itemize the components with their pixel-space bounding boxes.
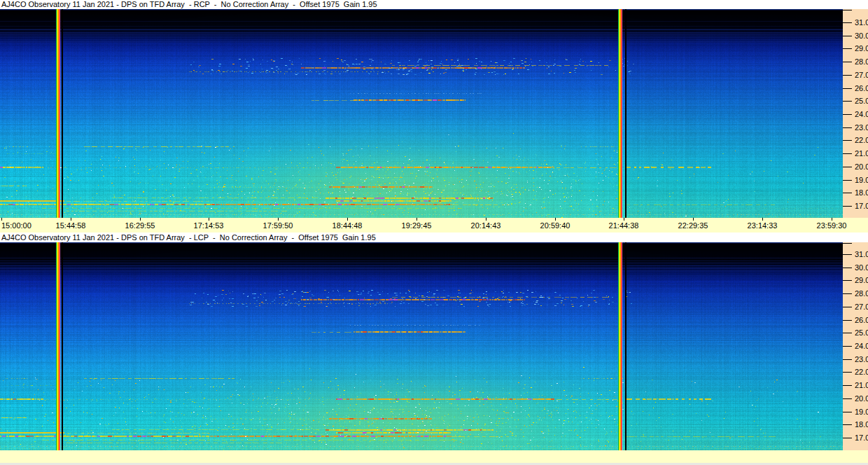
- freq-tick: [843, 48, 852, 49]
- time-tick: [347, 218, 348, 221]
- freq-tick: [843, 372, 852, 373]
- freq-tick-label: 19.0: [855, 408, 868, 416]
- time-tick-label: 18:44:48: [332, 221, 363, 230]
- freq-tick-label: 20.0: [855, 394, 868, 403]
- freq-tick: [843, 22, 852, 23]
- time-tick: [71, 218, 71, 221]
- freq-tick-label: 28.0: [855, 57, 868, 66]
- time-tick-label: 21:44:38: [609, 221, 639, 230]
- panel-rcp: AJ4CO Observatory 11 Jan 2021 - DPS on T…: [0, 0, 868, 218]
- freq-tick: [843, 268, 852, 268]
- freq-tick: [843, 10, 852, 11]
- time-tick: [416, 218, 417, 221]
- freq-tick: [843, 346, 852, 347]
- freq-tick-label: 18.0: [855, 420, 868, 429]
- time-tick: [486, 218, 486, 221]
- freq-tick: [843, 398, 852, 399]
- freq-tick-label: 26.0: [855, 316, 868, 324]
- freq-tick-label: 19.0: [855, 176, 868, 184]
- freq-tick: [843, 333, 852, 333]
- freq-tick-label: 29.0: [855, 44, 868, 53]
- freq-tick: [843, 206, 852, 207]
- panel-lcp-title: AJ4CO Observatory 11 Jan 2021 - DPS on T…: [0, 233, 868, 242]
- time-tick: [1, 218, 2, 221]
- freq-tick: [843, 36, 852, 36]
- time-tick: [693, 218, 694, 221]
- freq-tick: [843, 180, 852, 181]
- freq-tick: [843, 243, 852, 244]
- time-tick-label: 19:29:45: [402, 221, 432, 230]
- spectrogram-rcp[interactable]: [0, 9, 843, 218]
- freq-tick-label: 25.0: [855, 97, 868, 105]
- freq-tick-label: 20.0: [855, 162, 868, 171]
- freq-tick-label: 27.0: [855, 303, 868, 311]
- freq-tick-label: 23.0: [855, 123, 868, 132]
- time-tick-label: 23:59:30: [817, 221, 847, 230]
- time-tick: [832, 218, 832, 221]
- freq-tick: [843, 101, 852, 102]
- time-tick-label: 17:14:53: [194, 221, 224, 230]
- freq-tick: [843, 140, 852, 141]
- spectrograph-app: AJ4CO Observatory 11 Jan 2021 - DPS on T…: [0, 0, 868, 465]
- time-tick-label: 22:29:35: [678, 221, 708, 230]
- freq-tick: [843, 114, 852, 115]
- freq-tick: [843, 193, 852, 193]
- freq-tick-label: 26.0: [855, 84, 868, 92]
- time-tick: [140, 218, 141, 221]
- freq-tick: [843, 280, 852, 281]
- freq-tick-label: 29.0: [855, 276, 868, 284]
- panel-lcp-plot-row: 31.030.029.028.027.026.025.024.023.022.0…: [0, 242, 868, 450]
- freq-tick-label: 17.0: [855, 433, 868, 442]
- freq-tick-label: 30.0: [855, 32, 868, 40]
- time-axis: 15:00:0015:44:5816:29:5517:14:5317:59:50…: [0, 218, 868, 233]
- time-tick-label: 17:59:50: [263, 221, 293, 230]
- freq-tick-label: 24.0: [855, 342, 868, 350]
- freq-tick-label: 25.0: [855, 328, 868, 337]
- freq-tick: [843, 438, 852, 438]
- freq-tick: [843, 385, 852, 386]
- freq-tick-label: 31.0: [855, 250, 868, 258]
- panel-lcp: AJ4CO Observatory 11 Jan 2021 - DPS on T…: [0, 233, 868, 450]
- freq-tick: [843, 424, 852, 425]
- frequency-axis-lcp: 31.030.029.028.027.026.025.024.023.022.0…: [843, 242, 868, 450]
- time-tick-label: 16:29:55: [125, 221, 155, 230]
- freq-tick: [843, 153, 852, 154]
- panel-rcp-title: AJ4CO Observatory 11 Jan 2021 - DPS on T…: [0, 0, 868, 9]
- freq-tick: [843, 75, 852, 76]
- freq-tick-label: 21.0: [855, 381, 868, 389]
- freq-tick-label: 31.0: [855, 18, 868, 27]
- freq-tick: [843, 254, 852, 255]
- freq-tick: [843, 307, 852, 307]
- spectrogram-lcp[interactable]: [0, 242, 843, 450]
- freq-tick: [843, 412, 852, 412]
- freq-tick: [843, 167, 852, 167]
- time-tick-label: 15:00:00: [1, 221, 31, 230]
- freq-tick: [843, 127, 852, 128]
- freq-tick-label: 17.0: [855, 202, 868, 210]
- time-tick: [762, 218, 763, 221]
- freq-tick: [843, 88, 852, 89]
- freq-tick-label: 21.0: [855, 149, 868, 158]
- time-tick-label: 15:44:58: [56, 221, 86, 230]
- panel-rcp-plot-row: 31.030.029.028.027.026.025.024.023.022.0…: [0, 9, 868, 218]
- time-tick: [624, 218, 624, 221]
- time-tick: [555, 218, 556, 221]
- time-tick: [209, 218, 209, 221]
- bottom-strip: [0, 450, 868, 465]
- freq-tick: [843, 359, 852, 360]
- freq-tick-label: 22.0: [855, 368, 868, 376]
- freq-tick-label: 24.0: [855, 110, 868, 118]
- freq-tick-label: 22.0: [855, 136, 868, 144]
- freq-tick: [843, 62, 852, 62]
- freq-tick-label: 28.0: [855, 289, 868, 298]
- freq-tick: [843, 293, 852, 294]
- freq-tick-label: 27.0: [855, 71, 868, 79]
- freq-tick-label: 18.0: [855, 188, 868, 197]
- freq-tick-label: 30.0: [855, 263, 868, 272]
- time-tick-label: 20:59:40: [540, 221, 570, 230]
- time-tick-label: 20:14:43: [471, 221, 501, 230]
- freq-tick-label: 23.0: [855, 355, 868, 363]
- frequency-axis-rcp: 31.030.029.028.027.026.025.024.023.022.0…: [843, 9, 868, 218]
- freq-tick: [843, 320, 852, 321]
- time-tick: [278, 218, 279, 221]
